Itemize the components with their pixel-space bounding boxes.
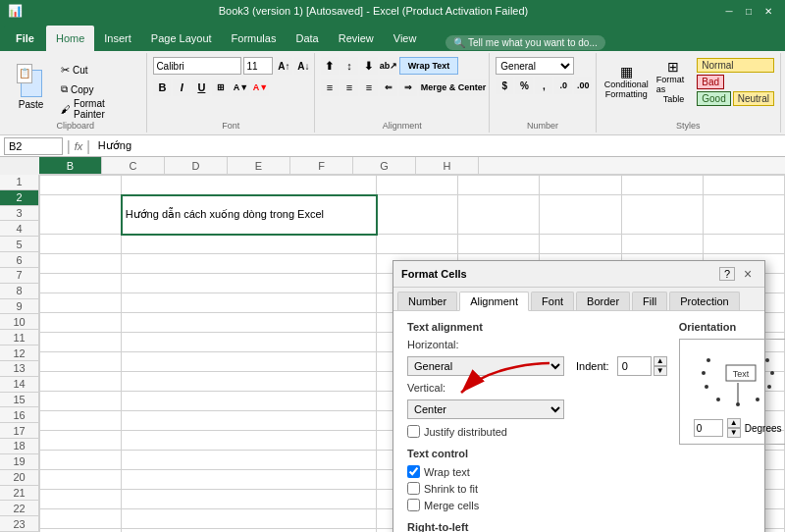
row-header-14[interactable]: 14: [0, 377, 39, 393]
cell-a9[interactable]: [40, 352, 122, 372]
tab-border[interactable]: Border: [576, 292, 630, 310]
row-header-19[interactable]: 19: [0, 454, 39, 470]
row-header-23[interactable]: 23: [0, 516, 39, 532]
font-size-selector[interactable]: [243, 57, 273, 75]
decrease-indent-btn[interactable]: ⇐: [380, 79, 397, 96]
cell-a5[interactable]: [40, 274, 122, 293]
row-header-10[interactable]: 10: [0, 314, 39, 330]
decrease-decimal-btn[interactable]: .0: [554, 77, 572, 94]
row-header-12[interactable]: 12: [0, 346, 39, 361]
horizontal-select[interactable]: General: [407, 356, 564, 376]
cell-b17[interactable]: [122, 509, 377, 529]
tab-alignment[interactable]: Alignment: [459, 292, 529, 311]
cell-d2[interactable]: [458, 195, 540, 235]
cut-button[interactable]: ✂ Cut: [56, 61, 140, 79]
cell-f3[interactable]: [621, 235, 703, 254]
style-normal[interactable]: Normal: [697, 58, 774, 73]
row-header-9[interactable]: 9: [0, 299, 39, 315]
tell-me-input[interactable]: 🔍 Tell me what you want to do...: [445, 35, 604, 50]
close-btn[interactable]: ✕: [759, 3, 777, 19]
row-header-8[interactable]: 8: [0, 284, 39, 299]
cell-a1[interactable]: [40, 176, 122, 195]
underline-button[interactable]: U: [192, 79, 210, 96]
tab-number[interactable]: Number: [397, 292, 457, 310]
row-header-13[interactable]: 13: [0, 361, 39, 377]
cell-b7[interactable]: [122, 313, 377, 333]
cell-b8[interactable]: [122, 333, 377, 352]
tab-view[interactable]: View: [384, 26, 427, 51]
align-bottom-btn[interactable]: ⬇: [360, 57, 378, 75]
merge-center-btn[interactable]: Merge & Center: [419, 79, 488, 96]
col-header-d[interactable]: D: [165, 157, 228, 174]
row-header-1[interactable]: 1: [0, 175, 39, 190]
cell-a11[interactable]: [40, 392, 122, 411]
font-name-selector[interactable]: [153, 57, 241, 75]
cell-a8[interactable]: [40, 333, 122, 352]
row-header-18[interactable]: 18: [0, 439, 39, 454]
justify-checkbox[interactable]: [407, 425, 420, 438]
align-middle-btn[interactable]: ↕: [340, 57, 358, 75]
row-header-4[interactable]: 4: [0, 221, 39, 237]
cell-a18[interactable]: [40, 529, 122, 533]
conditional-formatting-btn[interactable]: ▦ Conditional Formatting: [602, 62, 651, 101]
col-header-f[interactable]: F: [290, 157, 353, 174]
copy-button[interactable]: ⧉ Copy: [56, 80, 140, 98]
style-bad[interactable]: Bad: [697, 75, 724, 89]
cell-b13[interactable]: [122, 431, 377, 451]
cell-b2[interactable]: Hướng dẫn cách xuống dòng trong Excel: [122, 195, 377, 235]
cell-a2[interactable]: [40, 195, 122, 235]
indent-down-btn[interactable]: ▼: [654, 366, 667, 376]
cell-b14[interactable]: [122, 451, 377, 470]
cell-c1[interactable]: [377, 176, 458, 195]
cell-b16[interactable]: [122, 490, 377, 509]
degrees-down-btn[interactable]: ▼: [727, 428, 741, 438]
wrap-text-btn[interactable]: Wrap Text: [399, 57, 458, 75]
tab-protection[interactable]: Protection: [669, 292, 740, 310]
cell-f2[interactable]: [621, 195, 703, 235]
col-header-h[interactable]: H: [416, 157, 479, 174]
cell-a4[interactable]: [40, 254, 122, 274]
row-header-11[interactable]: 11: [0, 330, 39, 346]
merge-checkbox[interactable]: [407, 499, 420, 511]
row-header-7[interactable]: 7: [0, 268, 39, 284]
style-good[interactable]: Good: [697, 91, 730, 106]
italic-button[interactable]: I: [173, 79, 190, 96]
text-angle-btn[interactable]: ab↗: [380, 57, 397, 75]
dialog-help-btn[interactable]: ?: [719, 267, 735, 281]
cell-b1[interactable]: [122, 176, 377, 195]
cell-reference-box[interactable]: [4, 137, 63, 155]
tab-page-layout[interactable]: Page Layout: [141, 26, 222, 51]
col-header-b[interactable]: B: [39, 157, 102, 174]
cell-a14[interactable]: [40, 451, 122, 470]
align-center-btn[interactable]: ≡: [340, 79, 358, 96]
cell-b3[interactable]: [122, 235, 377, 254]
degrees-input[interactable]: [694, 419, 723, 437]
paste-button[interactable]: 📋 Paste: [10, 57, 52, 116]
cell-b9[interactable]: [122, 352, 377, 372]
increase-indent-btn[interactable]: ⇒: [399, 79, 417, 96]
cell-c3[interactable]: [377, 235, 458, 254]
row-header-20[interactable]: 20: [0, 470, 39, 486]
tab-review[interactable]: Review: [329, 26, 384, 51]
increase-decimal-btn[interactable]: .00: [574, 77, 592, 94]
cell-g2[interactable]: [703, 195, 784, 235]
row-header-5[interactable]: 5: [0, 237, 39, 252]
cell-a16[interactable]: [40, 490, 122, 509]
cell-b4[interactable]: [122, 254, 377, 274]
currency-btn[interactable]: $: [496, 77, 513, 94]
degrees-up-btn[interactable]: ▲: [727, 418, 741, 428]
style-neutral[interactable]: Neutral: [733, 91, 774, 106]
row-header-3[interactable]: 3: [0, 206, 39, 222]
vertical-select[interactable]: Center: [407, 399, 564, 419]
cell-e2[interactable]: [540, 195, 621, 235]
tab-data[interactable]: Data: [286, 26, 328, 51]
align-left-btn[interactable]: ≡: [321, 79, 339, 96]
comma-btn[interactable]: ,: [535, 77, 552, 94]
col-header-c[interactable]: C: [102, 157, 165, 174]
cell-a12[interactable]: [40, 411, 122, 431]
tab-insert[interactable]: Insert: [94, 26, 141, 51]
dialog-close-btn[interactable]: ×: [739, 265, 757, 283]
cell-a15[interactable]: [40, 470, 122, 490]
row-header-22[interactable]: 22: [0, 501, 39, 516]
tab-fill[interactable]: Fill: [632, 292, 667, 310]
